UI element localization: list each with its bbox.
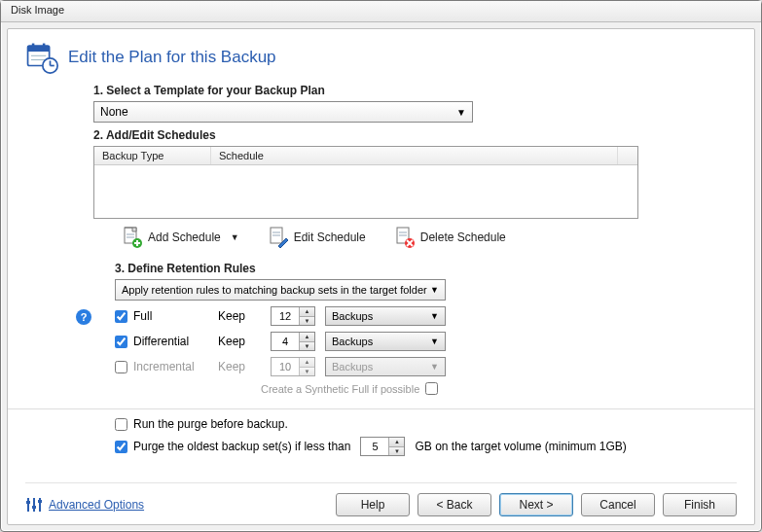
purge-gb-stepper[interactable]: ▲▼ — [360, 437, 405, 456]
differential-count-stepper[interactable]: ▲▼ — [271, 332, 315, 351]
finish-button[interactable]: Finish — [663, 493, 737, 516]
next-button[interactable]: Next > — [499, 493, 573, 516]
svg-rect-27 — [26, 501, 30, 504]
retention-row-full: Full Keep ▲▼ Backups▼ — [115, 306, 727, 326]
help-button[interactable]: Help — [336, 493, 410, 516]
svg-rect-29 — [38, 500, 42, 503]
incremental-label: Incremental — [133, 360, 195, 373]
purge-oldest-row: Purge the oldest backup set(s) if less t… — [115, 437, 737, 456]
col-schedule: Schedule — [211, 147, 618, 164]
chevron-down-icon: ▼ — [430, 311, 439, 321]
synthetic-full-row: Create a Synthetic Full if possible — [261, 382, 727, 395]
retention-row-differential: Differential Keep ▲▼ Backups▼ — [115, 332, 727, 351]
add-schedule-label: Add Schedule — [148, 231, 221, 244]
divider — [8, 408, 754, 409]
wizard-buttons: Help < Back Next > Cancel Finish — [336, 493, 737, 516]
incremental-unit-text: Backups — [332, 361, 373, 372]
chevron-down-icon: ▼ — [300, 368, 314, 376]
document-delete-icon — [395, 227, 415, 248]
purge-before-label: Run the purge before backup. — [133, 417, 288, 431]
svg-rect-3 — [43, 44, 46, 49]
differential-unit-select[interactable]: Backups▼ — [325, 332, 446, 351]
chevron-down-icon: ▼ — [456, 107, 466, 118]
wizard-footer: Advanced Options Help < Back Next > Canc… — [25, 482, 737, 516]
differential-label: Differential — [133, 335, 189, 348]
advanced-options-link[interactable]: Advanced Options — [25, 497, 144, 513]
differential-keep-label: Keep — [218, 335, 261, 348]
chevron-down-icon: ▼ — [231, 232, 239, 242]
differential-count-input[interactable] — [272, 333, 299, 350]
differential-unit-text: Backups — [332, 336, 373, 347]
chevron-down-icon: ▼ — [430, 362, 439, 372]
sliders-icon — [25, 497, 43, 513]
window-titlebar: Disk Image — [1, 1, 761, 22]
svg-rect-28 — [32, 506, 36, 509]
incremental-checkbox[interactable] — [115, 361, 127, 373]
svg-rect-1 — [28, 46, 50, 52]
schedule-grid-header: Backup Type Schedule — [94, 147, 637, 165]
retention-row-incremental: Incremental Keep ▲▼ Backups▼ — [115, 357, 727, 376]
edit-schedule-label: Edit Schedule — [294, 231, 366, 244]
schedule-grid[interactable]: Backup Type Schedule — [93, 146, 638, 219]
chevron-up-icon[interactable]: ▲ — [389, 438, 404, 447]
purge-gb-input[interactable] — [361, 438, 388, 455]
document-add-icon — [123, 227, 142, 248]
schedule-section: 2. Add/Edit Schedules Backup Type Schedu… — [93, 128, 727, 248]
incremental-count-input — [272, 358, 299, 375]
page-header: Edit the Plan for this Backup — [25, 41, 737, 74]
full-unit-text: Backups — [332, 310, 373, 322]
page-title: Edit the Plan for this Backup — [68, 48, 276, 67]
template-section: 1. Select a Template for your Backup Pla… — [93, 84, 727, 123]
incremental-unit-select: Backups▼ — [325, 357, 446, 376]
edit-schedule-button[interactable]: Edit Schedule — [269, 227, 366, 248]
window-title: Disk Image — [11, 4, 64, 16]
document-edit-icon — [269, 227, 288, 248]
retention-scope-text: Apply retention rules to matching backup… — [122, 284, 427, 296]
svg-rect-2 — [32, 44, 35, 49]
full-label: Full — [133, 309, 152, 323]
chevron-down-icon: ▼ — [430, 285, 439, 295]
differential-checkbox[interactable] — [115, 336, 127, 348]
incremental-keep-label: Keep — [218, 360, 261, 373]
full-checkbox[interactable] — [115, 310, 127, 323]
back-button[interactable]: < Back — [417, 493, 491, 516]
full-count-input[interactable] — [272, 307, 299, 325]
chevron-up-icon: ▲ — [300, 358, 314, 368]
retention-scope-select[interactable]: Apply retention rules to matching backup… — [115, 279, 446, 301]
col-backup-type: Backup Type — [94, 147, 211, 164]
synthetic-checkbox[interactable] — [425, 382, 438, 395]
template-selected: None — [100, 105, 128, 119]
template-label: 1. Select a Template for your Backup Pla… — [93, 84, 727, 97]
incremental-count-stepper: ▲▼ — [271, 357, 315, 376]
chevron-down-icon[interactable]: ▼ — [300, 317, 314, 326]
chevron-down-icon[interactable]: ▼ — [300, 342, 314, 351]
retention-label: 3. Define Retention Rules — [115, 262, 727, 275]
wizard-content: Edit the Plan for this Backup 1. Select … — [7, 28, 755, 525]
purge-before-row: Run the purge before backup. — [115, 417, 737, 431]
chevron-down-icon[interactable]: ▼ — [389, 447, 404, 456]
full-unit-select[interactable]: Backups▼ — [325, 306, 446, 326]
chevron-down-icon: ▼ — [430, 337, 439, 346]
synthetic-label: Create a Synthetic Full if possible — [261, 383, 419, 395]
advanced-options-label: Advanced Options — [49, 498, 144, 512]
cancel-button[interactable]: Cancel — [581, 493, 655, 516]
purge-before-checkbox[interactable] — [115, 418, 127, 431]
delete-schedule-label: Delete Schedule — [420, 231, 506, 244]
disk-image-window: Disk Image Edit the Plan for this Backup… — [0, 0, 762, 532]
purge-oldest-label-before: Purge the oldest backup set(s) if less t… — [133, 440, 350, 453]
full-count-stepper[interactable]: ▲▼ — [271, 306, 315, 326]
delete-schedule-button[interactable]: Delete Schedule — [395, 227, 506, 248]
purge-oldest-checkbox[interactable] — [115, 441, 127, 453]
chevron-up-icon[interactable]: ▲ — [300, 333, 314, 342]
add-schedule-button[interactable]: Add Schedule ▼ — [123, 227, 239, 248]
chevron-up-icon[interactable]: ▲ — [300, 307, 314, 317]
calendar-clock-icon — [25, 41, 58, 74]
schedule-label: 2. Add/Edit Schedules — [93, 128, 727, 142]
col-spacer — [618, 147, 637, 164]
full-keep-label: Keep — [218, 309, 261, 323]
template-select[interactable]: None ▼ — [93, 101, 473, 123]
purge-oldest-label-after: GB on the target volume (minimum 1GB) — [415, 440, 626, 453]
help-icon[interactable]: ? — [76, 309, 91, 325]
retention-section: 3. Define Retention Rules Apply retentio… — [115, 262, 727, 395]
schedule-buttons: Add Schedule ▼ Edit Schedule Delete Sche… — [123, 227, 727, 248]
